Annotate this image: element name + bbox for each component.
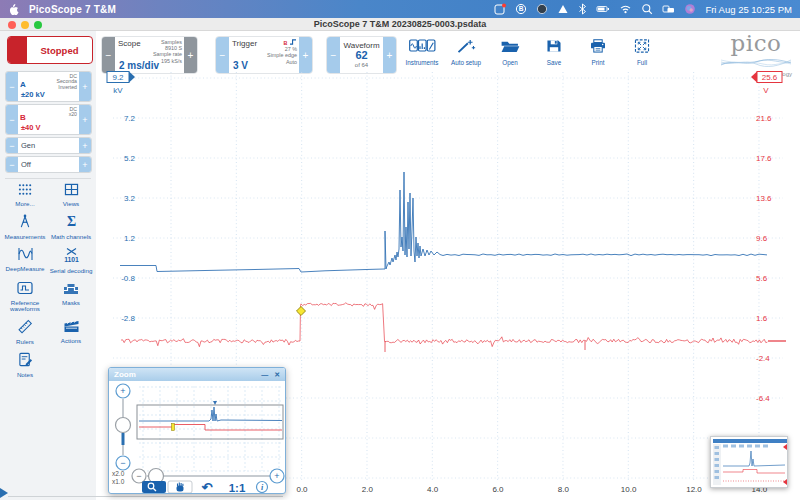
- channel-info: DCx20: [69, 107, 77, 118]
- svg-text:−: −: [136, 471, 141, 481]
- bluetooth-icon[interactable]: [578, 3, 587, 15]
- channel-b-panel[interactable]: −BDCx20±40 V+: [5, 104, 92, 135]
- sidebar-tool-label: Actions: [61, 338, 81, 345]
- sidebar-tool-actions[interactable]: Actions: [48, 319, 94, 346]
- trigger-info: B 27 % Simple edge Auto: [267, 39, 297, 65]
- sidebar-tool-more[interactable]: More...: [2, 182, 48, 208]
- channel-a-increase-button[interactable]: +: [79, 72, 91, 101]
- open-icon: [500, 39, 520, 57]
- reference-waveforms-icon: [17, 281, 33, 299]
- channel-a-decrease-button[interactable]: −: [6, 72, 18, 101]
- svg-text:13.6: 13.6: [756, 194, 772, 203]
- window-titlebar: PicoScope 7 T&M 20230825-0003.psdata: [0, 18, 800, 31]
- rulers-icon: [17, 319, 33, 338]
- instruments-icon: [409, 39, 436, 57]
- channel-a-axis-marker[interactable]: 9.2kV: [107, 72, 135, 96]
- sidebar-tool-measurements[interactable]: Measurements: [2, 214, 48, 241]
- svg-text:-0.8: -0.8: [121, 274, 135, 283]
- search-icon[interactable]: [641, 3, 653, 15]
- zoom-close-button[interactable]: ✕: [274, 371, 280, 379]
- triangle-icon[interactable]: [557, 3, 569, 15]
- channel-a-panel[interactable]: −ADCSecondaInverted±20 kV+: [5, 71, 92, 102]
- zoom-panel-title: Zoom: [114, 370, 136, 379]
- do-not-disturb-icon[interactable]: [536, 3, 548, 15]
- macos-menubar: PicoScope 7 T&M B Fri Aug 25 10:25 PM: [0, 0, 800, 18]
- sidebar-tool-label: Masks: [62, 300, 80, 307]
- sidebar-tool-notes[interactable]: Notes: [2, 352, 48, 379]
- zoom-vertical-slider[interactable]: +−: [116, 384, 131, 470]
- stop-indicator-icon: [8, 37, 27, 63]
- right-axis-labels: 21.617.613.69.65.61.6-2.4-6.4: [756, 114, 772, 403]
- trigger-marker[interactable]: [296, 306, 305, 315]
- svg-text:1.6: 1.6: [756, 314, 768, 323]
- toolbar-button-label: Instruments: [406, 59, 439, 66]
- channel-info: DCSecondaInverted: [57, 74, 77, 91]
- views-icon: [64, 182, 79, 200]
- scroll-corner-arrow-icon[interactable]: [0, 488, 8, 498]
- start-stop-button[interactable]: Stopped: [7, 36, 93, 64]
- deepmeasure-icon: [17, 247, 34, 265]
- menubar-app-name[interactable]: PicoScope 7 T&M: [29, 4, 116, 15]
- zoom-minimize-button[interactable]: —: [261, 371, 268, 379]
- undo-zoom-button[interactable]: ↶: [202, 480, 214, 493]
- toolbar-button-label: Full: [637, 59, 647, 66]
- zoom-overview[interactable]: [137, 401, 283, 439]
- circle-b-icon[interactable]: B: [515, 3, 527, 15]
- vertical-slider-knob[interactable]: [116, 418, 131, 433]
- sidebar-tool-deepmeasure[interactable]: DeepMeasure: [2, 247, 48, 275]
- sidebar-tool-views[interactable]: Views: [48, 182, 94, 208]
- sidebar: Stopped −ADCSecondaInverted±20 kV+−BDCx2…: [0, 31, 96, 500]
- zoom-panel-titlebar[interactable]: Zoom — ✕: [109, 368, 285, 381]
- bottom-scroll-track[interactable]: [8, 496, 283, 497]
- sidebar-tool-label: Reference waveforms: [3, 300, 47, 314]
- svg-text:kV: kV: [113, 86, 123, 95]
- svg-text:1.2: 1.2: [124, 234, 136, 243]
- print-icon: [589, 39, 607, 57]
- menubar-clock[interactable]: Fri Aug 25 10:25 PM: [705, 4, 792, 15]
- sidebar-tool-serial-decoding[interactable]: 1101Serial decoding: [48, 247, 94, 275]
- rising-edge-icon: [289, 39, 297, 45]
- gen-increase-button[interactable]: +: [79, 138, 91, 153]
- sidebar-tool-rulers[interactable]: Rulers: [2, 319, 48, 346]
- siri-icon[interactable]: [684, 3, 696, 15]
- off-decrease-button[interactable]: −: [6, 157, 18, 172]
- channel-b-settings[interactable]: BDCx20±40 V: [18, 105, 79, 134]
- channel-b-decrease-button[interactable]: −: [6, 105, 18, 134]
- svg-text:8.0: 8.0: [558, 485, 570, 494]
- sidebar-tool-label: Measurements: [5, 234, 46, 241]
- off-increase-button[interactable]: +: [79, 157, 91, 172]
- svg-text:B: B: [519, 5, 524, 12]
- wifi-icon[interactable]: [619, 3, 632, 15]
- channel-a-settings[interactable]: ADCSecondaInverted±20 kV: [18, 72, 79, 101]
- zoom-tool-button[interactable]: [142, 481, 166, 493]
- sidebar-tool-label: DeepMeasure: [6, 266, 45, 273]
- sidebar-tool-math-channels[interactable]: ΣMath channels: [48, 214, 94, 241]
- svg-text:25.6: 25.6: [762, 73, 778, 82]
- document-title: PicoScope 7 T&M 20230825-0003.psdata: [0, 19, 800, 29]
- pan-tool-button[interactable]: [168, 481, 192, 493]
- svg-text:1101: 1101: [64, 256, 79, 263]
- svg-text:5.6: 5.6: [756, 274, 768, 283]
- zoom-ratio-button[interactable]: 1:1: [229, 482, 246, 493]
- sidebar-tool-label: Serial decoding: [50, 268, 93, 275]
- gen-panel[interactable]: −Gen+: [5, 137, 92, 154]
- channel-b-increase-button[interactable]: +: [79, 105, 91, 134]
- svg-text:-2.4: -2.4: [756, 354, 770, 363]
- off-panel[interactable]: −Off+: [5, 156, 92, 173]
- svg-text:9.6: 9.6: [756, 234, 768, 243]
- sidebar-tool-masks[interactable]: Masks: [48, 281, 94, 314]
- gen-decrease-button[interactable]: −: [6, 138, 18, 153]
- sidebar-tool-label: Rulers: [16, 339, 34, 346]
- trace-channel-b: [121, 303, 786, 352]
- apple-menu-icon[interactable]: [8, 3, 19, 16]
- preview-thumbnail[interactable]: [710, 436, 788, 488]
- zoom-info-button[interactable]: i: [257, 482, 268, 493]
- channel-b-axis-marker[interactable]: 25.6V: [751, 72, 782, 96]
- battery-icon[interactable]: [596, 3, 610, 15]
- math-channels-icon: Σ: [65, 214, 78, 233]
- measurements-icon: [18, 214, 32, 233]
- masks-icon: [63, 281, 79, 299]
- sidebar-tool-reference-waveforms[interactable]: Reference waveforms: [2, 281, 48, 314]
- app-badge-icon[interactable]: [494, 3, 506, 15]
- stage-manager-icon[interactable]: [662, 3, 675, 15]
